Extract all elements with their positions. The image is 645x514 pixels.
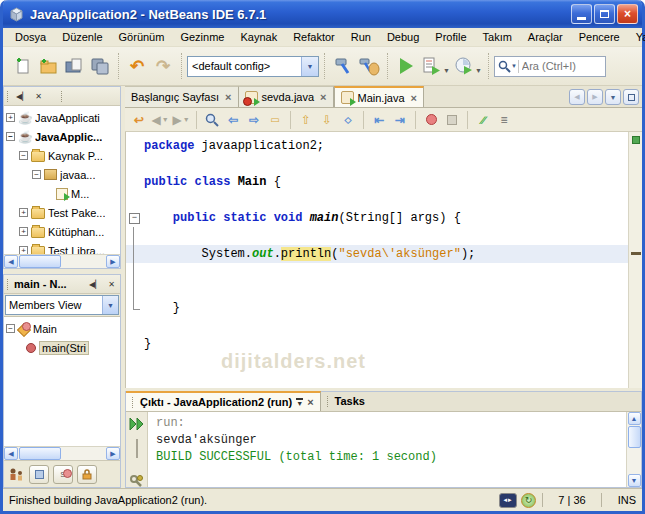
close-panel-icon[interactable]: ✕ bbox=[33, 91, 44, 102]
toggle-highlight-button[interactable]: ▭ bbox=[265, 110, 285, 130]
code-line-0[interactable]: package javaapplication2; bbox=[126, 137, 628, 155]
menu-item-6[interactable]: Run bbox=[343, 29, 379, 45]
open-project-button[interactable] bbox=[61, 53, 87, 79]
expand-icon[interactable]: + bbox=[6, 113, 15, 122]
collapse-icon[interactable]: − bbox=[6, 132, 15, 141]
config-select[interactable]: <default config> ▼ bbox=[187, 56, 319, 77]
forward-button[interactable]: ▶▼ bbox=[171, 110, 191, 130]
libraries-node[interactable]: + Kütüphan... bbox=[4, 222, 120, 241]
scroll-tabs-left-icon[interactable]: ◀ bbox=[569, 89, 585, 105]
scrollbar-thumb[interactable] bbox=[19, 255, 61, 268]
new-project-button[interactable] bbox=[35, 53, 61, 79]
toggle-bookmark-button[interactable]: ⬦ bbox=[338, 110, 358, 130]
build-button[interactable] bbox=[330, 53, 356, 79]
show-fields-button[interactable] bbox=[29, 465, 49, 484]
code-line-10[interactable] bbox=[126, 317, 628, 335]
scroll-right-icon[interactable]: ▶ bbox=[106, 255, 120, 268]
scrollbar-thumb[interactable] bbox=[19, 447, 61, 460]
scrollbar-thumb[interactable] bbox=[628, 426, 641, 448]
minimize-panel-icon[interactable]: ◀▏ bbox=[87, 279, 103, 290]
error-stripe[interactable] bbox=[628, 132, 642, 388]
collapse-icon[interactable]: − bbox=[6, 324, 15, 333]
start-macro-button[interactable] bbox=[421, 110, 441, 130]
menu-item-5[interactable]: Refaktor bbox=[285, 29, 343, 45]
chevron-down-icon[interactable]: ▼ bbox=[102, 296, 118, 314]
menu-item-12[interactable]: Yardım bbox=[628, 29, 645, 45]
rerun-button[interactable] bbox=[129, 416, 144, 434]
package-node[interactable]: − javaa... bbox=[4, 165, 120, 184]
fold-toggle-icon[interactable] bbox=[126, 209, 144, 227]
tab-close-icon[interactable]: × bbox=[411, 92, 417, 104]
minimize-panel-icon[interactable]: ◀▏ bbox=[14, 91, 30, 102]
code-line-6[interactable]: System.out.println("sevda\'aksünger"); bbox=[126, 245, 628, 263]
shift-left-button[interactable]: ⇤ bbox=[369, 110, 389, 130]
maximize-editor-icon[interactable] bbox=[623, 89, 639, 105]
source-packages-node[interactable]: − Kaynak P... bbox=[4, 146, 120, 165]
menu-item-7[interactable]: Debug bbox=[379, 29, 427, 45]
scroll-left-icon[interactable]: ◀ bbox=[4, 447, 18, 460]
chevron-down-icon[interactable]: ▼ bbox=[301, 57, 318, 76]
redo-button[interactable]: ↷ bbox=[150, 53, 176, 79]
navigator-class-node[interactable]: − Main bbox=[4, 319, 120, 338]
menu-item-3[interactable]: Gezinme bbox=[172, 29, 232, 45]
code-line-3[interactable] bbox=[126, 191, 628, 209]
last-edit-location-button[interactable]: ↩ bbox=[129, 110, 149, 130]
code-line-9[interactable]: } bbox=[126, 299, 628, 317]
scroll-tabs-right-icon[interactable]: ▶ bbox=[587, 89, 603, 105]
menu-item-9[interactable]: Takım bbox=[475, 29, 520, 45]
tab-close-icon[interactable]: × bbox=[225, 91, 231, 103]
profile-dropdown-icon[interactable]: ▼ bbox=[475, 67, 482, 74]
document-tab-1[interactable]: sevda.java× bbox=[239, 86, 334, 107]
code-line-4[interactable]: public static void main(String[] args) { bbox=[126, 209, 628, 227]
search-dropdown-icon[interactable]: ▼ bbox=[511, 63, 517, 69]
expand-icon[interactable]: + bbox=[19, 227, 28, 236]
debug-dropdown-icon[interactable]: ▼ bbox=[443, 67, 450, 74]
class-node[interactable]: M... bbox=[4, 184, 120, 203]
menu-item-4[interactable]: Kaynak bbox=[232, 29, 285, 45]
find-next-button[interactable]: ⇨ bbox=[244, 110, 264, 130]
code-line-7[interactable] bbox=[126, 263, 628, 281]
show-static-members-button[interactable]: S bbox=[53, 465, 73, 484]
navigator-hscrollbar[interactable]: ◀ ▶ bbox=[4, 446, 120, 460]
document-list-dropdown-icon[interactable]: ▼ bbox=[605, 89, 621, 105]
code-editor[interactable]: package javaapplication2;public class Ma… bbox=[125, 132, 642, 388]
undo-button[interactable]: ↶ bbox=[124, 53, 150, 79]
menu-item-2[interactable]: Görünüm bbox=[111, 29, 173, 45]
menu-item-0[interactable]: Dosya bbox=[7, 29, 54, 45]
code-line-8[interactable] bbox=[126, 281, 628, 299]
clean-build-button[interactable] bbox=[356, 53, 382, 79]
run-button[interactable] bbox=[393, 53, 419, 79]
navigator-view-select[interactable]: Members View ▼ bbox=[5, 295, 119, 315]
debug-button[interactable] bbox=[419, 53, 445, 79]
quick-search[interactable]: ▼ bbox=[494, 56, 606, 77]
new-file-button[interactable] bbox=[9, 53, 35, 79]
profile-button[interactable] bbox=[451, 53, 477, 79]
menu-item-8[interactable]: Profile bbox=[427, 29, 474, 45]
scroll-down-icon[interactable]: ▼ bbox=[628, 474, 641, 487]
search-input[interactable] bbox=[522, 60, 592, 72]
scroll-left-icon[interactable]: ◀ bbox=[4, 255, 18, 268]
refresh-status-icon[interactable]: ↻ bbox=[521, 493, 536, 508]
stop-macro-button[interactable] bbox=[442, 110, 462, 130]
tasks-tab[interactable]: Tasks bbox=[321, 391, 371, 411]
close-panel-icon[interactable]: ✕ bbox=[106, 279, 117, 290]
output-dropdown-icon[interactable]: ▼ bbox=[296, 398, 303, 406]
expand-icon[interactable]: + bbox=[19, 246, 28, 254]
document-tab-0[interactable]: Başlangıç Sayfası× bbox=[125, 86, 239, 107]
collapse-icon[interactable]: − bbox=[32, 170, 41, 179]
expand-icon[interactable]: + bbox=[19, 208, 28, 217]
code-line-11[interactable]: } bbox=[126, 335, 628, 353]
close-button[interactable]: × bbox=[617, 4, 638, 24]
menu-item-1[interactable]: Düzenle bbox=[54, 29, 110, 45]
show-non-public-button[interactable] bbox=[77, 465, 97, 484]
output-close-icon[interactable]: × bbox=[307, 396, 313, 408]
project-node-main[interactable]: − ☕ JavaApplic... bbox=[4, 127, 120, 146]
test-libraries-node[interactable]: + Test Libra... bbox=[4, 241, 120, 254]
output-text[interactable]: run:sevda'aksüngerBUILD SUCCESSFUL (tota… bbox=[148, 412, 626, 487]
output-vscrollbar[interactable]: ▲ ▼ bbox=[626, 412, 641, 487]
code-line-5[interactable] bbox=[126, 227, 628, 245]
save-all-button[interactable] bbox=[87, 53, 113, 79]
navigator-method-node[interactable]: main(Stri bbox=[4, 338, 120, 357]
next-bookmark-button[interactable]: ⇩ bbox=[317, 110, 337, 130]
project-node[interactable]: + ☕ JavaApplicati bbox=[4, 108, 120, 127]
